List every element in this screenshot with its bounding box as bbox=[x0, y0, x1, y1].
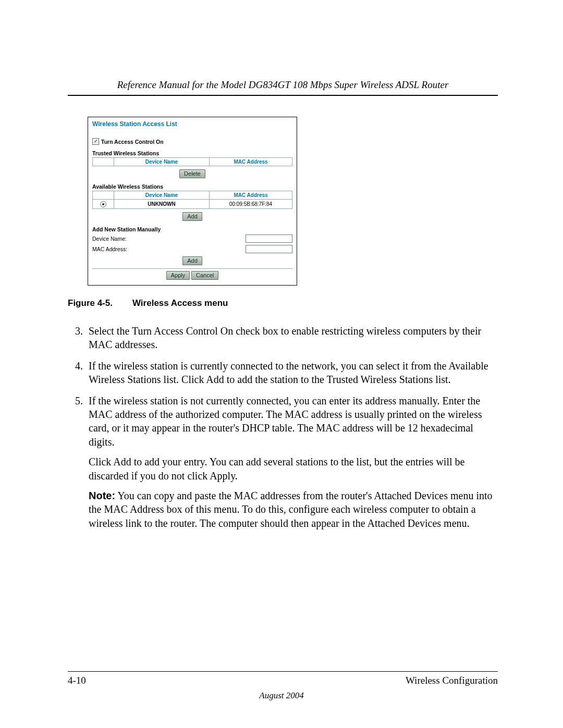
table-row: UNKNOWN 00:09:5B:68:7F:84 bbox=[93, 200, 292, 209]
panel-title: Wireless Station Access List bbox=[92, 120, 292, 128]
manual-device-label: Device Name: bbox=[92, 236, 165, 242]
page-header: Reference Manual for the Model DG834GT 1… bbox=[68, 79, 498, 96]
available-stations-table: Device Name MAC Address UNKNOWN 00:09:5B… bbox=[92, 191, 292, 209]
divider bbox=[92, 268, 292, 269]
figure-caption: Figure 4-5.Wireless Access menu bbox=[68, 298, 498, 309]
row-radio[interactable] bbox=[100, 201, 106, 207]
manual-add-label: Add New Station Manually bbox=[92, 226, 292, 232]
access-control-label: Turn Access Control On bbox=[101, 139, 164, 145]
access-control-checkbox[interactable]: ✓ bbox=[92, 138, 99, 145]
instruction-list: Select the Turn Access Control On check … bbox=[85, 324, 498, 530]
footer-section: Wireless Configuration bbox=[406, 675, 498, 686]
add-manual-button[interactable]: Add bbox=[182, 256, 202, 265]
step-5-note: Note: You can copy and paste the MAC add… bbox=[89, 489, 498, 530]
col-device: Device Name bbox=[114, 158, 210, 166]
manual-mac-label: MAC Address: bbox=[92, 246, 165, 252]
footer-date: August 2004 bbox=[0, 690, 563, 701]
step-5: If the wireless station is not currently… bbox=[85, 394, 498, 530]
col-device: Device Name bbox=[114, 191, 210, 200]
page-footer: 4-10 Wireless Configuration bbox=[68, 671, 498, 686]
wireless-access-panel: Wireless Station Access List ✓ Turn Acce… bbox=[88, 117, 297, 286]
delete-button[interactable]: Delete bbox=[179, 169, 205, 178]
col-mac: MAC Address bbox=[210, 158, 292, 166]
step-4: If the wireless station is currently con… bbox=[85, 359, 498, 387]
manual-mac-input[interactable] bbox=[246, 245, 292, 253]
cancel-button[interactable]: Cancel bbox=[191, 271, 218, 280]
cell-mac: 00:09:5B:68:7F:84 bbox=[210, 200, 292, 209]
step-3: Select the Turn Access Control On check … bbox=[85, 324, 498, 352]
add-available-button[interactable]: Add bbox=[182, 212, 202, 221]
available-stations-label: Available Wireless Stations bbox=[92, 183, 292, 190]
step-5-para2: Click Add to add your entry. You can add… bbox=[89, 455, 498, 483]
col-select bbox=[93, 158, 114, 166]
apply-button[interactable]: Apply bbox=[166, 271, 190, 280]
col-mac: MAC Address bbox=[210, 191, 292, 200]
cell-device: UNKNOWN bbox=[114, 200, 210, 209]
manual-device-input[interactable] bbox=[246, 235, 292, 243]
col-select bbox=[93, 191, 114, 200]
footer-page-number: 4-10 bbox=[68, 675, 86, 686]
trusted-stations-label: Trusted Wireless Stations bbox=[92, 150, 292, 156]
trusted-stations-table: Device Name MAC Address bbox=[92, 157, 292, 166]
